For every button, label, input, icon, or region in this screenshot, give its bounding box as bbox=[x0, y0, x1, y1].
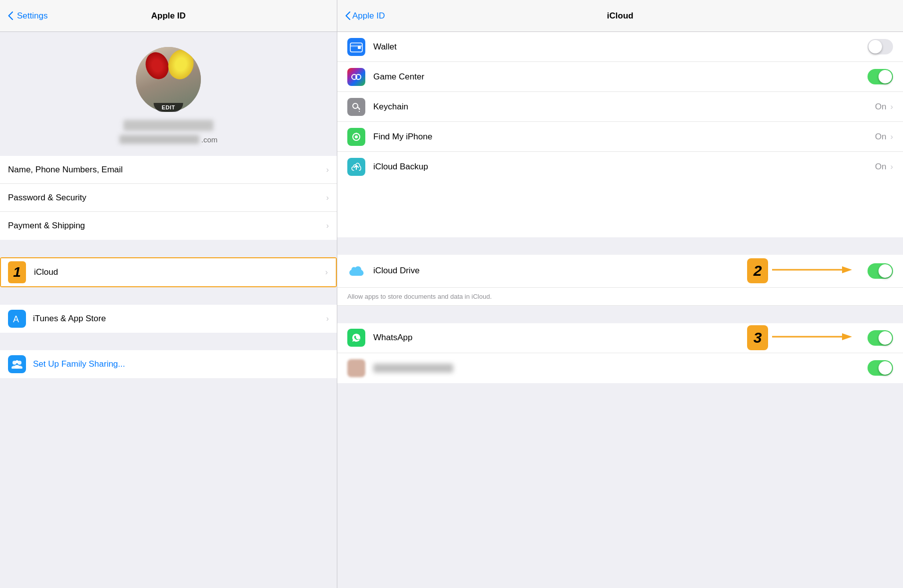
icloud-drive-item[interactable]: 2 iCloud Drive bbox=[337, 255, 903, 288]
itunes-icon-svg: A bbox=[11, 313, 23, 325]
profile-email-blurred-text bbox=[119, 135, 199, 144]
itunes-icon: A bbox=[8, 310, 26, 328]
blurred-app-toggle[interactable] bbox=[868, 360, 893, 376]
right-nav-title: iCloud bbox=[607, 11, 634, 21]
icloud-item-wallet[interactable]: Wallet bbox=[337, 32, 903, 62]
icloud-item-value: On bbox=[875, 102, 887, 112]
icloud-drive-app-icon bbox=[347, 262, 365, 280]
findmy-icon-svg bbox=[351, 131, 362, 142]
settings-item-label: Password & Security bbox=[8, 193, 326, 203]
app-item-whatsapp[interactable]: 3 WhatsApp bbox=[337, 323, 903, 353]
apps-section: 3 WhatsApp bbox=[337, 323, 903, 383]
svg-rect-9 bbox=[358, 46, 361, 49]
icloud-item-keychain[interactable]: Keychain On › bbox=[337, 92, 903, 122]
settings-item-itunes[interactable]: A iTunes & App Store › bbox=[0, 305, 337, 333]
family-sharing-icon bbox=[8, 355, 26, 373]
settings-item-payment-shipping[interactable]: Payment & Shipping › bbox=[0, 212, 337, 240]
blurred-app-icon bbox=[347, 359, 365, 377]
right-panel: Apple ID iCloud Wallet bbox=[337, 0, 903, 588]
toggle-knob bbox=[869, 40, 882, 53]
settings-item-label[interactable]: Set Up Family Sharing... bbox=[33, 359, 329, 369]
annotation-arrow-2 bbox=[772, 262, 852, 279]
avatar-container[interactable]: EDIT bbox=[136, 47, 201, 112]
svg-marker-22 bbox=[842, 333, 852, 340]
icloud-item-game-center[interactable]: Game Center bbox=[337, 62, 903, 92]
toggle-knob bbox=[879, 70, 892, 83]
svg-text:A: A bbox=[13, 314, 19, 324]
icloud-drive-icon-svg bbox=[347, 264, 365, 278]
edit-badge[interactable]: EDIT bbox=[153, 103, 183, 112]
profile-section: EDIT .com bbox=[0, 32, 337, 156]
separator bbox=[0, 240, 337, 257]
game-center-toggle[interactable] bbox=[868, 69, 893, 84]
whatsapp-icon-svg bbox=[350, 331, 363, 344]
left-settings-group: Name, Phone Numbers, Email › Password & … bbox=[0, 156, 337, 240]
icloud-item-find-my[interactable]: Find My iPhone On › bbox=[337, 122, 903, 152]
icloud-item-name: Find My iPhone bbox=[373, 132, 875, 142]
svg-point-6 bbox=[14, 365, 19, 369]
profile-email-suffix: .com bbox=[201, 135, 218, 144]
orange-arrow-3-svg bbox=[772, 329, 852, 344]
icloud-orange-border: iCloud › bbox=[0, 257, 337, 287]
settings-item-label: Name, Phone Numbers, Email bbox=[8, 165, 326, 175]
profile-email: .com bbox=[119, 135, 218, 144]
game-center-icon-svg bbox=[351, 71, 362, 82]
icloud-apps-list: Wallet Game Center bbox=[337, 32, 903, 237]
icloud-drive-section: 2 iCloud Drive Allow apps to store docum… bbox=[337, 255, 903, 306]
back-chevron-icon bbox=[8, 11, 13, 20]
section-separator bbox=[337, 237, 903, 255]
svg-point-12 bbox=[353, 103, 358, 108]
chevron-icon: › bbox=[326, 314, 329, 323]
settings-item-icloud[interactable]: iCloud › bbox=[1, 258, 336, 286]
icloud-highlighted-wrapper: 1 iCloud › bbox=[0, 257, 337, 287]
chevron-icon: › bbox=[326, 165, 329, 174]
family-group: Set Up Family Sharing... bbox=[0, 350, 337, 378]
whatsapp-toggle[interactable] bbox=[868, 330, 893, 346]
toggle-knob bbox=[879, 331, 892, 345]
section-separator-2 bbox=[337, 306, 903, 323]
left-back-button[interactable]: Settings bbox=[8, 11, 47, 21]
settings-item-family-sharing[interactable]: Set Up Family Sharing... bbox=[0, 350, 337, 378]
profile-name-blurred bbox=[123, 120, 213, 131]
itunes-group: A iTunes & App Store › bbox=[0, 305, 337, 333]
icloud-drive-toggle[interactable] bbox=[868, 263, 893, 279]
settings-item-name-phones-email[interactable]: Name, Phone Numbers, Email › bbox=[0, 156, 337, 184]
left-back-label: Settings bbox=[17, 11, 47, 21]
wallet-app-icon bbox=[347, 38, 365, 56]
icloud-item-name: Game Center bbox=[373, 72, 868, 82]
wallet-toggle[interactable] bbox=[868, 39, 893, 54]
keychain-app-icon bbox=[347, 98, 365, 116]
right-back-button[interactable]: Apple ID bbox=[345, 11, 385, 21]
keychain-chevron-icon: › bbox=[891, 102, 893, 111]
right-nav-bar: Apple ID iCloud bbox=[337, 0, 903, 32]
game-center-app-icon bbox=[347, 68, 365, 86]
avatar-image bbox=[136, 47, 201, 112]
annotation-badge-3: 3 bbox=[747, 325, 768, 350]
icloud-item-backup[interactable]: iCloud Backup On › bbox=[337, 152, 903, 182]
toggle-knob bbox=[879, 264, 892, 278]
chevron-icon: › bbox=[325, 268, 328, 277]
annotation-badge-1: 1 bbox=[8, 261, 26, 283]
toggle-knob bbox=[879, 361, 892, 375]
left-panel: Settings Apple ID EDIT .com Name, Phone … bbox=[0, 0, 337, 588]
icloudbackup-chevron-icon: › bbox=[891, 162, 893, 171]
right-back-chevron-icon bbox=[345, 11, 350, 20]
left-nav-bar: Settings Apple ID bbox=[0, 0, 337, 32]
avatar[interactable] bbox=[136, 47, 201, 112]
annotation-arrow-3 bbox=[772, 329, 852, 346]
icloud-drive-description: Allow apps to store documents and data i… bbox=[337, 288, 903, 306]
svg-rect-15 bbox=[359, 111, 360, 112]
settings-item-label: iCloud bbox=[34, 267, 325, 277]
app-item-blurred[interactable] bbox=[337, 353, 903, 383]
svg-rect-14 bbox=[359, 108, 360, 110]
icloud-item-value: On bbox=[875, 132, 887, 142]
chevron-icon: › bbox=[326, 193, 329, 202]
right-back-label: Apple ID bbox=[352, 11, 385, 21]
findmy-chevron-icon: › bbox=[891, 132, 893, 141]
left-nav-title: Apple ID bbox=[151, 11, 186, 21]
settings-item-password-security[interactable]: Password & Security › bbox=[0, 184, 337, 212]
annotation-badge-2: 2 bbox=[747, 258, 768, 283]
icloud-item-value: On bbox=[875, 162, 887, 172]
family-icon-svg bbox=[10, 360, 23, 369]
chevron-icon: › bbox=[326, 221, 329, 230]
